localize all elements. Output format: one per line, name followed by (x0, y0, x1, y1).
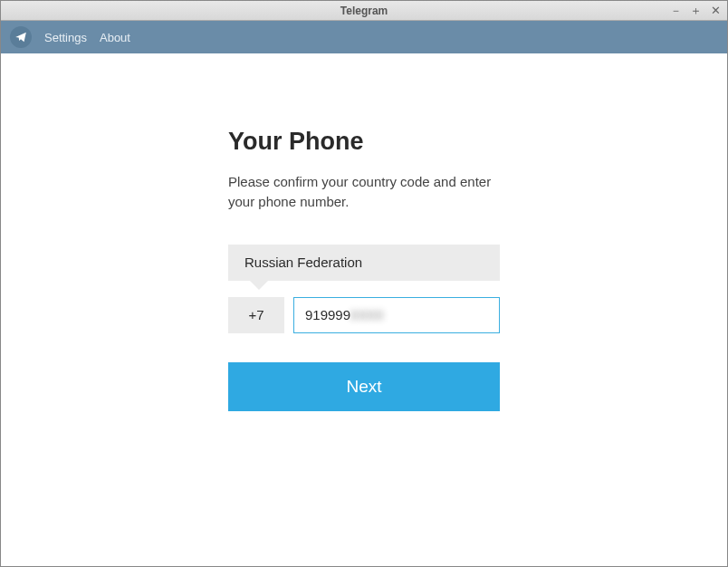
phone-form: Your Phone Please confirm your country c… (228, 128, 500, 566)
app-window: Telegram － ＋ ✕ Settings About Your Phone… (0, 0, 728, 567)
content-area: Your Phone Please confirm your country c… (1, 53, 727, 566)
country-code-text: +7 (248, 307, 263, 322)
minimize-button[interactable]: － (669, 3, 682, 19)
phone-digits-visible: 919999 (305, 307, 350, 322)
maximize-button[interactable]: ＋ (689, 3, 702, 19)
country-select[interactable]: Russian Federation (228, 245, 500, 281)
window-controls: － ＋ ✕ (669, 1, 722, 20)
menubar: Settings About (1, 21, 727, 53)
phone-row: +7 9199990000 (228, 297, 500, 333)
telegram-icon (10, 26, 32, 48)
next-button[interactable]: Next (228, 362, 500, 411)
instruction-text: Please confirm your country code and ent… (228, 172, 500, 212)
country-code-box[interactable]: +7 (228, 297, 284, 333)
window-title: Telegram (340, 5, 388, 17)
country-label: Russian Federation (244, 255, 362, 270)
menu-settings[interactable]: Settings (44, 31, 87, 44)
close-button[interactable]: ✕ (709, 4, 722, 17)
menu-about[interactable]: About (100, 31, 130, 44)
phone-digits-hidden: 0000 (350, 307, 384, 322)
titlebar: Telegram － ＋ ✕ (1, 1, 727, 21)
phone-input[interactable]: 9199990000 (293, 297, 500, 333)
page-title: Your Phone (228, 128, 500, 156)
